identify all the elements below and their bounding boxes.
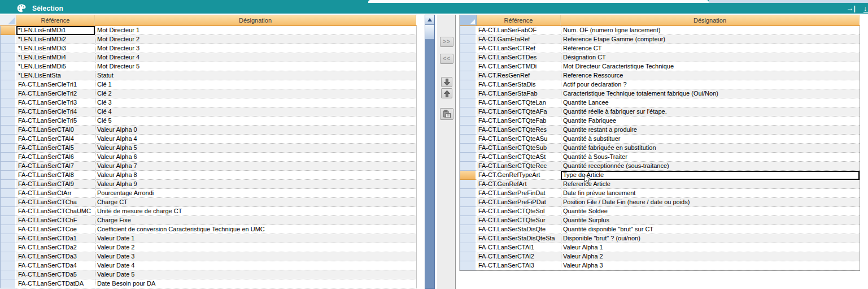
designation-cell[interactable]: Quantité à Sous-Traiter — [561, 153, 860, 162]
row-selector[interactable] — [0, 107, 16, 117]
designation-cell[interactable]: Mot Directeur 4 — [95, 53, 416, 62]
reference-cell[interactable]: FA-CT.LanSerCTAl6 — [16, 153, 95, 162]
row-selector[interactable] — [460, 107, 477, 117]
column-header-reference[interactable]: Référence — [477, 15, 561, 25]
paste-button[interactable] — [440, 108, 453, 120]
row-selector[interactable] — [460, 62, 477, 71]
designation-cell[interactable]: Statut — [95, 71, 416, 80]
row-selector[interactable] — [460, 225, 477, 234]
reference-cell[interactable]: FA-CT.LanSerCTQteRes — [477, 126, 561, 135]
designation-cell[interactable]: Désignation CT — [561, 53, 860, 62]
designation-cell[interactable]: Clé 4 — [95, 107, 416, 117]
row-selector[interactable] — [0, 44, 16, 53]
row-selector[interactable] — [0, 80, 16, 89]
designation-cell[interactable]: Mot Directeur 5 — [95, 62, 416, 71]
row-selector[interactable] — [0, 189, 16, 198]
move-left-button[interactable]: << — [440, 54, 453, 64]
designation-cell[interactable]: Quantite Surplus — [561, 216, 860, 225]
reference-cell[interactable]: FA-CT.LanSerCTRef — [477, 44, 561, 53]
designation-cell[interactable]: Actif pour declaration ? — [561, 80, 860, 89]
designation-cell[interactable]: Valeur Alpha 6 — [95, 153, 416, 162]
reference-cell[interactable]: FA-CT.LanSerCTDa1 — [16, 234, 95, 243]
go-to-end-icon[interactable]: →| — [846, 4, 856, 12]
reference-cell[interactable]: FA-CT.LanSerCTDa4 — [16, 261, 95, 270]
row-selector[interactable] — [460, 44, 477, 53]
row-selector[interactable] — [0, 207, 16, 216]
row-selector[interactable] — [0, 53, 16, 62]
designation-cell[interactable]: Valeur Alpha 2 — [561, 252, 860, 261]
reference-cell[interactable]: *LEN.LisEntMDi5 — [16, 62, 95, 71]
row-selector[interactable] — [460, 261, 477, 270]
row-selector[interactable] — [460, 53, 477, 62]
designation-cell[interactable]: Reference Etape Gamme (compteur) — [561, 35, 860, 44]
row-selector[interactable] — [460, 98, 477, 107]
designation-cell[interactable]: Quantite restant a produire — [561, 126, 860, 135]
designation-cell[interactable]: Reference Article — [561, 180, 860, 189]
reference-cell[interactable]: *LEN.LisEntMDi2 — [16, 35, 95, 44]
row-selector[interactable] — [460, 198, 477, 207]
designation-cell[interactable]: Type de Article — [561, 171, 860, 180]
reference-cell[interactable]: FA-CT.LanSerPreFinDat — [477, 189, 561, 198]
reference-cell[interactable]: FA-CT.LanSerStaFab — [477, 89, 561, 98]
designation-cell[interactable]: Valeur Date 5 — [95, 270, 416, 279]
designation-cell[interactable]: Num. OF (numero ligne lancement) — [561, 26, 860, 35]
row-selector[interactable] — [0, 117, 16, 126]
designation-cell[interactable]: Unité de mesure de charge CT — [95, 207, 416, 216]
reference-cell[interactable]: FA-CT.LanSerCTAl1 — [477, 243, 561, 252]
row-selector[interactable] — [0, 225, 16, 234]
select-all-corner[interactable] — [0, 15, 16, 25]
row-selector[interactable] — [460, 243, 477, 252]
reference-cell[interactable]: FA-CT.LanSerCTQteFab — [477, 117, 561, 126]
designation-cell[interactable]: Mot Directeur Caracteristique Technique — [561, 62, 860, 71]
reference-cell[interactable]: FA-CT.ResGenRef — [477, 71, 561, 80]
reference-cell[interactable]: FA-CT.LanSerStaDisQteSta — [477, 234, 561, 243]
reference-cell[interactable]: FA-CT.LanSerStaDis — [477, 80, 561, 89]
row-selector[interactable] — [0, 26, 16, 35]
reference-cell[interactable]: FA-CT.LanSerCTDa3 — [16, 252, 95, 261]
row-selector[interactable] — [460, 252, 477, 261]
designation-cell[interactable]: Disponible "brut" ? (oui/non) — [561, 234, 860, 243]
designation-cell[interactable]: Quantite Fabriquee — [561, 117, 860, 126]
reference-cell[interactable]: FA-CT.LanSerCTDa5 — [16, 270, 95, 279]
designation-cell[interactable]: Date fin prévue lancement — [561, 189, 860, 198]
row-selector[interactable] — [460, 89, 477, 98]
row-selector[interactable] — [460, 216, 477, 225]
column-header-reference[interactable]: Référence — [16, 15, 95, 25]
row-selector[interactable] — [0, 135, 16, 144]
move-right-button[interactable]: >> — [440, 37, 453, 47]
reference-cell[interactable]: FA-CT.LanSerStaDisQte — [477, 225, 561, 234]
designation-cell[interactable]: Quantité receptionnée (sous-traitance) — [561, 162, 860, 171]
reference-cell[interactable]: FA-CT.LanSerCTAl2 — [477, 252, 561, 261]
reference-cell[interactable]: FA-CT.LanSerCTAl5 — [16, 144, 95, 153]
reference-cell[interactable]: FA-CT.LanSerCTMDi — [477, 62, 561, 71]
designation-cell[interactable]: Valeur Alpha 8 — [95, 171, 416, 180]
reference-cell[interactable]: FA-CT.LanSerCleTri5 — [16, 117, 95, 126]
designation-cell[interactable]: Quantité à substituer — [561, 135, 860, 144]
reference-cell[interactable]: FA-CT.LanSerCTQteSub — [477, 144, 561, 153]
row-selector[interactable] — [0, 216, 16, 225]
row-selector[interactable] — [460, 189, 477, 198]
scroll-up-icon[interactable] — [425, 15, 434, 25]
reference-cell[interactable]: FA-CT.LanSerCTChaUMC — [16, 207, 95, 216]
designation-cell[interactable]: Charge CT — [95, 198, 416, 207]
designation-cell[interactable]: Date Besoin pour DA — [95, 279, 416, 288]
row-selector[interactable] — [0, 270, 16, 279]
row-selector[interactable] — [0, 98, 16, 107]
designation-cell[interactable]: Clé 1 — [95, 80, 416, 89]
designation-cell[interactable]: Valeur Date 1 — [95, 234, 416, 243]
reference-cell[interactable]: FA-CT.LanSerCTDes — [477, 53, 561, 62]
column-header-designation[interactable]: Désignation — [95, 15, 416, 25]
designation-cell[interactable]: Valeur Alpha 0 — [95, 126, 416, 135]
reference-cell[interactable]: FA-CT.LanSerCTQteAFa — [477, 107, 561, 117]
reference-cell[interactable]: FA-CT.LanSerCleTri1 — [16, 80, 95, 89]
reference-cell[interactable]: FA-CT.LanSerCTQteASu — [477, 135, 561, 144]
designation-cell[interactable]: Valeur Date 4 — [95, 261, 416, 270]
designation-cell[interactable]: Mot Directeur 1 — [95, 26, 416, 35]
reference-cell[interactable]: FA-CT.LanSerCTQteASt — [477, 153, 561, 162]
row-selector[interactable] — [0, 89, 16, 98]
row-selector[interactable] — [460, 117, 477, 126]
reference-cell[interactable]: FA-CT.LanSerCleTri4 — [16, 107, 95, 117]
reference-cell[interactable]: FA-CT.LanSerCTAl4 — [16, 135, 95, 144]
select-all-corner[interactable] — [460, 15, 477, 25]
row-selector[interactable] — [460, 153, 477, 162]
